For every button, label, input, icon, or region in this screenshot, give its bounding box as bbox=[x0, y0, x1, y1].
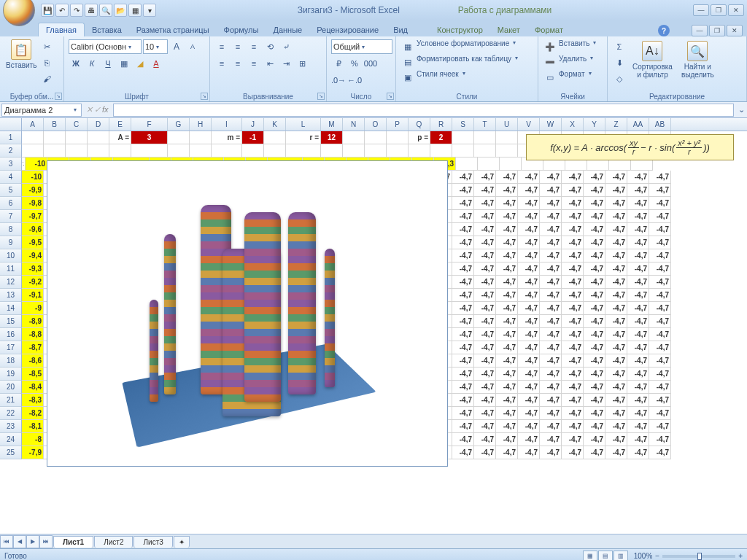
cell[interactable] bbox=[66, 144, 88, 158]
cell[interactable]: -4,7 bbox=[496, 210, 518, 223]
cell[interactable]: -4,7 bbox=[518, 302, 540, 315]
cell[interactable]: -4,7 bbox=[518, 171, 540, 184]
formula-bar-input[interactable] bbox=[113, 104, 734, 117]
expand-formula-bar-icon[interactable]: ⌄ bbox=[735, 103, 747, 117]
cell[interactable]: -4,7 bbox=[584, 433, 605, 446]
cell[interactable]: -4,7 bbox=[540, 210, 562, 223]
cell[interactable]: -4,7 bbox=[584, 302, 605, 315]
cell[interactable] bbox=[452, 131, 474, 144]
clipboard-dialog-icon[interactable]: ↘ bbox=[55, 93, 62, 100]
cell[interactable]: -4,7 bbox=[518, 262, 540, 276]
cell[interactable]: -4,7 bbox=[562, 197, 584, 210]
minimize-button[interactable]: — bbox=[693, 4, 709, 16]
bold-icon[interactable]: Ж bbox=[69, 56, 83, 71]
row-header[interactable]: 4 bbox=[0, 171, 22, 184]
row-header[interactable]: 5 bbox=[0, 184, 22, 197]
font-name-combo[interactable]: Calibri (Основн▾ bbox=[69, 39, 142, 54]
increase-indent-icon[interactable]: ⇥ bbox=[279, 56, 293, 71]
sheet-nav-first-icon[interactable]: ⏮ bbox=[0, 535, 13, 548]
cell[interactable]: -4,7 bbox=[496, 184, 518, 197]
cell[interactable]: -4,7 bbox=[627, 249, 649, 262]
cancel-formula-icon[interactable]: ✕ bbox=[86, 105, 93, 114]
tab-review[interactable]: Рецензирование bbox=[309, 23, 386, 36]
cell[interactable]: -4,7 bbox=[474, 236, 496, 249]
cell[interactable]: -4,7 bbox=[540, 302, 562, 315]
cell[interactable]: -4,7 bbox=[518, 249, 540, 262]
cell[interactable]: -4,7 bbox=[649, 289, 671, 302]
cell[interactable]: -4,7 bbox=[518, 341, 540, 354]
cell[interactable] bbox=[478, 158, 500, 171]
percent-icon[interactable]: % bbox=[347, 56, 362, 71]
zoom-in-icon[interactable]: + bbox=[738, 552, 743, 560]
cell[interactable]: -4,7 bbox=[562, 289, 584, 302]
row-header[interactable]: 14 bbox=[0, 302, 22, 315]
cell[interactable]: -4,7 bbox=[649, 262, 671, 276]
cell[interactable]: -4,7 bbox=[540, 289, 562, 302]
merge-cells-icon[interactable]: ⊞ bbox=[295, 56, 309, 71]
format-painter-icon[interactable]: 🖌 bbox=[39, 71, 54, 86]
cell[interactable] bbox=[212, 144, 242, 158]
cut-icon[interactable]: ✂ bbox=[39, 39, 54, 54]
cell[interactable]: -4,7 bbox=[474, 420, 496, 433]
cell[interactable]: -4,7 bbox=[562, 381, 584, 394]
cell[interactable] bbox=[365, 131, 387, 144]
cell[interactable]: -4,7 bbox=[584, 407, 605, 420]
cell[interactable]: -4,7 bbox=[562, 328, 584, 341]
cell[interactable]: -4,7 bbox=[540, 420, 562, 433]
cell[interactable] bbox=[44, 131, 66, 144]
cell[interactable]: -4,7 bbox=[584, 446, 605, 459]
currency-icon[interactable]: ₽ bbox=[331, 56, 346, 71]
cell[interactable]: -10 bbox=[22, 171, 44, 184]
underline-icon[interactable]: Ч bbox=[101, 56, 115, 71]
cell[interactable]: -4,7 bbox=[452, 262, 474, 276]
worksheet-grid[interactable]: ABCDEFGHIJKLMNOPQRSTUVWXYZAAAB 1A =3m =-… bbox=[0, 118, 747, 534]
cell[interactable]: -4,7 bbox=[627, 262, 649, 276]
row-header[interactable]: 18 bbox=[0, 354, 22, 368]
cell[interactable]: -4,7 bbox=[496, 249, 518, 262]
col-header[interactable]: M bbox=[321, 118, 343, 131]
cell[interactable]: -4,7 bbox=[474, 302, 496, 315]
cell[interactable]: -4,7 bbox=[605, 381, 627, 394]
row-header[interactable]: 11 bbox=[0, 262, 22, 276]
cell[interactable]: -9,8 bbox=[22, 197, 44, 210]
cell[interactable]: -4,7 bbox=[562, 315, 584, 328]
cell[interactable]: -8,7 bbox=[22, 341, 44, 354]
col-header[interactable]: B bbox=[44, 118, 66, 131]
cell[interactable]: -4,7 bbox=[540, 276, 562, 289]
autosum-icon[interactable]: Σ bbox=[612, 39, 627, 54]
view-normal-icon[interactable]: ▦ bbox=[583, 551, 597, 561]
tab-format[interactable]: Формат bbox=[527, 23, 570, 36]
cell[interactable]: -4,7 bbox=[540, 236, 562, 249]
cell[interactable]: -4,7 bbox=[518, 236, 540, 249]
cell[interactable]: -4,7 bbox=[562, 276, 584, 289]
cell[interactable]: -4,7 bbox=[584, 210, 605, 223]
cell[interactable]: -4,7 bbox=[584, 394, 605, 407]
cell[interactable]: -4,7 bbox=[649, 354, 671, 368]
cell[interactable] bbox=[387, 144, 409, 158]
chart-object[interactable] bbox=[47, 160, 448, 467]
paste-button[interactable]: 📋 Вставить bbox=[3, 38, 39, 90]
cell[interactable]: -4,7 bbox=[584, 328, 605, 341]
format-cells-button[interactable]: ▭Формат▾ bbox=[543, 70, 603, 85]
cell[interactable]: -4,7 bbox=[518, 446, 540, 459]
cell[interactable]: -4,7 bbox=[584, 420, 605, 433]
grow-font-icon[interactable]: A bbox=[169, 39, 184, 54]
cell[interactable]: -4,7 bbox=[584, 368, 605, 381]
cell[interactable] bbox=[190, 144, 212, 158]
row-header[interactable]: 17 bbox=[0, 341, 22, 354]
cell[interactable]: -4,7 bbox=[518, 210, 540, 223]
cell[interactable]: -4,7 bbox=[584, 315, 605, 328]
row-header[interactable]: 22 bbox=[0, 407, 22, 420]
cell[interactable]: -4,7 bbox=[452, 407, 474, 420]
col-header[interactable]: C bbox=[66, 118, 88, 131]
cell[interactable]: -4,7 bbox=[452, 420, 474, 433]
cell[interactable]: -4,7 bbox=[496, 433, 518, 446]
cell[interactable]: -8,6 bbox=[22, 354, 44, 368]
row-header[interactable]: 2 bbox=[0, 144, 22, 158]
cell[interactable] bbox=[168, 144, 190, 158]
cell[interactable]: -4,7 bbox=[452, 328, 474, 341]
cell[interactable] bbox=[474, 144, 496, 158]
cell[interactable]: -4,7 bbox=[627, 210, 649, 223]
name-box[interactable]: Диаграмма 2▾ bbox=[1, 104, 82, 117]
cell[interactable]: -4,7 bbox=[452, 289, 474, 302]
